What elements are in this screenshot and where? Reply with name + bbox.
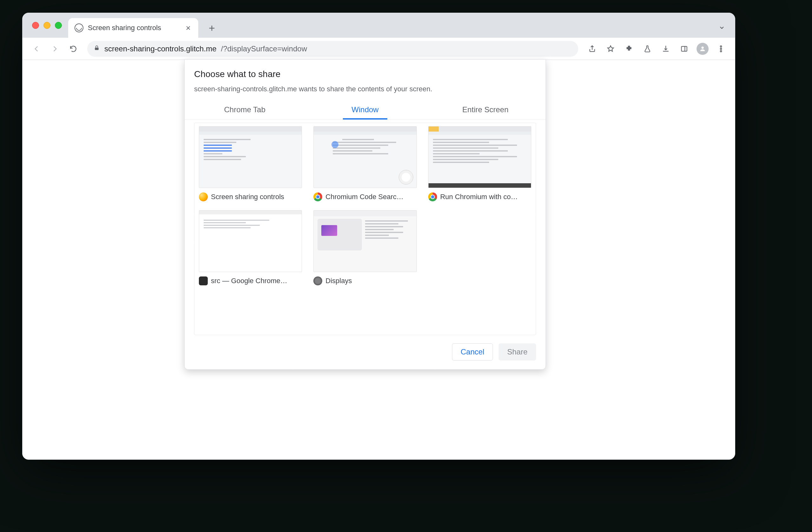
overflow-menu-icon[interactable] <box>713 41 728 56</box>
svg-rect-0 <box>95 47 99 50</box>
browser-tab[interactable]: Screen sharing controls × <box>68 18 198 38</box>
chrome-canary-icon <box>199 192 208 201</box>
dialog-title: Choose what to share <box>185 60 546 83</box>
url-path: /?displaySurface=window <box>221 44 307 53</box>
tab-window[interactable]: Window <box>305 100 425 119</box>
toolbar: screen-sharing-controls.glitch.me/?displ… <box>23 38 735 60</box>
window-close-button[interactable] <box>32 22 39 29</box>
side-panel-icon[interactable] <box>677 41 692 56</box>
globe-icon <box>74 24 84 32</box>
cancel-button[interactable]: Cancel <box>452 343 493 360</box>
svg-point-3 <box>720 46 722 47</box>
dialog-actions: Cancel Share <box>185 335 546 360</box>
share-button[interactable]: Share <box>498 343 536 360</box>
bookmark-star-icon[interactable] <box>603 41 618 56</box>
window-controls <box>32 22 62 29</box>
window-thumbnail <box>428 126 531 188</box>
window-label: Chromium Code Searc… <box>325 193 404 201</box>
browser-window: Screen sharing controls × + ⌄ screen-sha… <box>22 13 735 460</box>
extensions-icon[interactable] <box>621 41 637 56</box>
tab-strip: Screen sharing controls × + ⌄ <box>23 13 735 38</box>
chevron-down-icon[interactable]: ⌄ <box>718 20 725 31</box>
avatar-icon <box>697 43 709 55</box>
lock-icon <box>93 45 100 53</box>
downloads-icon[interactable] <box>658 41 673 56</box>
terminal-icon <box>199 277 208 285</box>
window-list: Screen sharing controls <box>194 123 536 335</box>
window-option[interactable]: src — Google Chrome… <box>199 210 302 285</box>
window-minimize-button[interactable] <box>43 22 50 29</box>
window-option[interactable]: Run Chromium with co… <box>428 126 531 201</box>
window-option[interactable]: Chromium Code Searc… <box>314 126 417 201</box>
svg-rect-1 <box>681 46 687 51</box>
new-tab-button[interactable]: + <box>205 20 219 35</box>
reload-button[interactable] <box>66 41 81 56</box>
tab-title: Screen sharing controls <box>88 24 182 32</box>
window-thumbnail <box>199 126 302 188</box>
svg-point-2 <box>701 46 704 48</box>
back-button[interactable] <box>29 41 44 56</box>
labs-flask-icon[interactable] <box>640 41 655 56</box>
dialog-subtitle: screen-sharing-controls.glitch.me wants … <box>185 83 546 100</box>
profile-avatar[interactable] <box>695 41 710 56</box>
page-content: Choose what to share screen-sharing-cont… <box>23 60 735 459</box>
tab-close-button[interactable]: × <box>186 23 191 33</box>
url-host: screen-sharing-controls.glitch.me <box>104 44 216 53</box>
dialog-tabs: Chrome Tab Window Entire Screen <box>185 100 546 119</box>
tab-chrome-tab[interactable]: Chrome Tab <box>185 100 305 119</box>
chrome-icon <box>428 192 437 201</box>
address-bar[interactable]: screen-sharing-controls.glitch.me/?displ… <box>87 41 578 57</box>
chrome-icon <box>314 192 322 201</box>
window-thumbnail <box>314 210 417 272</box>
window-label: src — Google Chrome… <box>211 277 287 285</box>
window-label: Screen sharing controls <box>211 193 284 201</box>
window-option[interactable]: Displays <box>314 210 417 285</box>
share-dialog: Choose what to share screen-sharing-cont… <box>184 59 546 370</box>
share-icon[interactable] <box>584 41 600 56</box>
window-zoom-button[interactable] <box>55 22 62 29</box>
svg-point-5 <box>720 50 722 52</box>
window-thumbnail <box>199 210 302 272</box>
window-label: Displays <box>325 277 352 285</box>
forward-button[interactable] <box>47 41 62 56</box>
window-thumbnail <box>314 126 417 188</box>
tab-entire-screen[interactable]: Entire Screen <box>425 100 546 119</box>
window-label: Run Chromium with co… <box>440 193 518 201</box>
window-option[interactable]: Screen sharing controls <box>199 126 302 201</box>
system-preferences-icon <box>314 277 322 285</box>
svg-point-4 <box>720 48 722 49</box>
